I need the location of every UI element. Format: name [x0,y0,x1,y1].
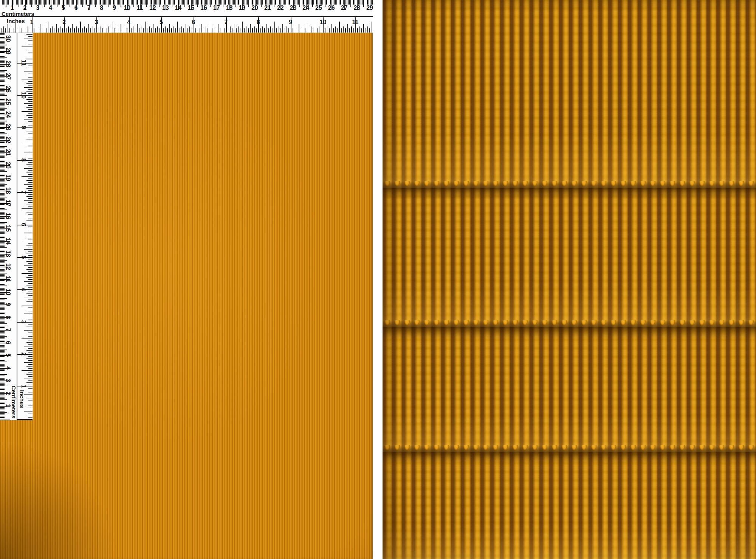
mm-tick [31,0,32,7]
inch-fraction-tick [28,121,33,122]
mm-tick [0,156,5,157]
cm-number: 11 [5,276,11,283]
inch-fraction-tick [363,24,364,33]
mm-tick [81,0,82,5]
inch-fraction-tick [74,28,74,33]
mm-tick [0,408,5,409]
mm-tick [39,0,39,5]
mm-tick [0,372,5,372]
inch-fraction-tick [28,158,33,158]
mm-tick [312,0,313,7]
mm-tick [348,0,349,5]
inch-fraction-tick [359,26,360,33]
inch-fraction-tick [331,24,332,33]
cm-number: 5 [62,5,65,11]
mm-tick [266,0,267,5]
mm-tick [0,131,5,131]
cm-number: 10 [5,289,11,295]
mm-tick [0,161,5,161]
mm-tick [206,0,207,5]
inch-fraction-tick [76,26,77,33]
mm-tick [0,410,5,410]
inch-fraction-tick [141,26,141,33]
mm-tick [350,0,351,7]
mm-tick [0,90,5,91]
mm-tick [0,227,5,228]
mm-tick [98,0,98,5]
inch-fraction-tick [28,182,33,183]
inch-fraction-tick [28,170,33,171]
mm-tick [0,282,5,282]
mm-tick [54,0,55,5]
inch-fraction-tick [321,28,321,33]
mm-tick [0,55,5,55]
mm-tick [0,335,5,335]
fold-shadow [383,188,756,199]
mm-tick [155,0,156,5]
mm-tick [0,212,5,212]
cm-number: 26 [328,5,335,11]
mm-tick [353,0,353,5]
mm-tick [367,0,367,5]
cm-number: 24 [302,5,309,11]
mm-tick [151,0,152,5]
mm-tick [88,0,88,5]
mm-tick [352,0,352,5]
mm-tick [0,211,5,211]
mm-tick [0,320,5,320]
inch-fraction-tick [266,24,267,33]
mm-tick [0,389,5,390]
inch-fraction-tick [187,28,188,33]
mm-tick [196,0,197,5]
mm-tick [174,0,175,5]
mm-tick [0,218,5,219]
inch-fraction-tick [84,26,85,33]
mm-tick [0,224,5,224]
mm-tick [0,226,5,226]
mm-tick [0,370,5,371]
cm-number: 17 [213,5,220,11]
mm-tick [0,193,5,193]
inch-fraction-tick [28,40,33,41]
mm-tick [11,0,11,5]
mm-tick [0,108,7,109]
cm-number: 28 [353,5,360,11]
mm-tick [110,0,111,5]
mm-tick [247,0,248,5]
mm-tick [0,405,5,405]
mm-tick [0,358,5,358]
mm-tick [0,237,5,238]
mm-tick [0,379,5,380]
mm-tick [52,0,52,5]
mm-tick [20,0,20,5]
inch-fraction-tick [335,26,336,33]
inch-fraction-tick [339,22,339,33]
mm-tick [82,0,83,7]
inch-fraction-tick [28,312,33,312]
mm-tick [21,0,22,5]
mm-tick [0,151,5,152]
inch-fraction-tick [2,28,2,33]
mm-tick [211,0,212,5]
mm-tick [108,0,108,7]
mm-tick [0,183,5,183]
mm-tick [355,0,355,5]
mm-tick [0,148,5,148]
mm-tick [0,303,5,304]
inch-fraction-tick [149,26,149,33]
mm-tick [0,260,7,261]
inch-fraction-tick [26,358,33,359]
mm-tick [0,239,5,239]
mm-tick [0,264,5,264]
mm-tick [215,0,215,5]
inch-fraction-tick [111,28,111,33]
mm-tick [0,123,5,124]
mm-tick [188,0,189,5]
mm-tick [45,0,46,5]
inch-fraction-tick [28,113,33,114]
mm-tick [122,0,122,5]
mm-tick [320,0,320,5]
inch-fraction-tick [24,233,33,233]
mm-tick [0,208,5,208]
inch-fraction-tick [254,26,255,33]
